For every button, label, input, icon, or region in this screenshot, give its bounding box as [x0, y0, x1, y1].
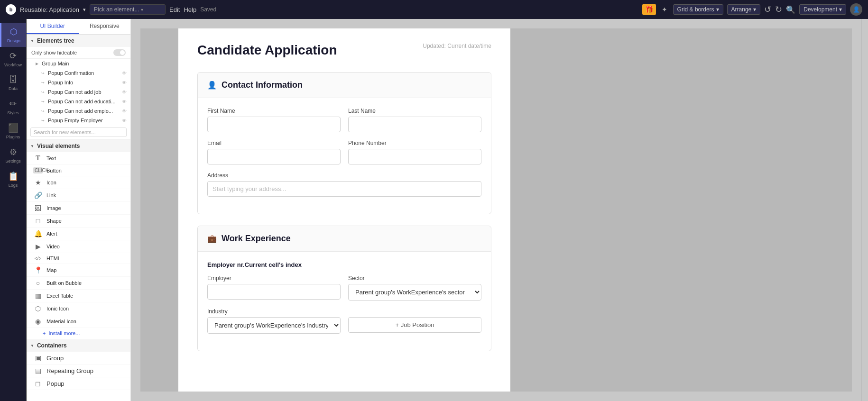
- vis-item-text[interactable]: T Text: [27, 152, 130, 165]
- group-main-arrow: ▶: [36, 62, 38, 66]
- ionic-icon-label: Ionic Icon: [46, 306, 69, 311]
- user-avatar[interactable]: 👤: [850, 3, 862, 16]
- tab-ui-builder[interactable]: UI Builder: [27, 19, 79, 34]
- html-icon: </>: [33, 256, 43, 261]
- design-label: Design: [7, 38, 20, 43]
- phone-group: Phone Number: [348, 140, 481, 164]
- tree-item-popup-empty[interactable]: ↪ Popup Empty Employer 👁: [27, 116, 130, 125]
- vis-item-alert[interactable]: 🔔 Alert: [27, 228, 130, 240]
- tree-item-popup-job[interactable]: ↪ Popup Can not add job 👁: [27, 87, 130, 97]
- vis-item-popup[interactable]: ◻ Popup: [27, 377, 130, 390]
- workflow-icon: ⟳: [9, 51, 17, 61]
- undo-button[interactable]: ↺: [764, 4, 771, 15]
- logo[interactable]: b: [6, 4, 16, 15]
- vis-item-shape[interactable]: □ Shape: [27, 215, 130, 228]
- elements-tree-header[interactable]: ▼ Elements tree: [27, 35, 130, 47]
- popup-conf-label: Popup Confirmation: [48, 70, 94, 76]
- sidebar-item-logs[interactable]: 📋 Logs: [0, 167, 26, 191]
- vis-item-button[interactable]: CLICK Button: [27, 165, 130, 176]
- vis-item-built-on-bubble[interactable]: ○ Built on Bubble: [27, 277, 130, 290]
- address-input[interactable]: [207, 181, 481, 197]
- popup-empty-eye: 👁: [122, 118, 127, 123]
- button-icon: CLICK: [33, 167, 43, 173]
- visual-elements-label: Visual elements: [37, 143, 80, 149]
- sidebar-item-styles[interactable]: ✏ Styles: [0, 95, 26, 119]
- group-icon: ▣: [33, 354, 43, 362]
- phone-input[interactable]: [348, 149, 481, 164]
- image-label: Image: [46, 205, 61, 211]
- search-row: [27, 125, 130, 140]
- link-label: Link: [46, 192, 56, 198]
- popup-job-arrow: ↪: [41, 90, 45, 94]
- visual-elements-header[interactable]: ▼ Visual elements: [27, 140, 130, 152]
- only-show-toggle[interactable]: [113, 49, 126, 56]
- vis-item-repeating-group[interactable]: ▤ Repeating Group: [27, 365, 130, 377]
- tree-item-popup-emplo[interactable]: ↪ Popup Can not add emplo... 👁: [27, 106, 130, 116]
- arrange-button[interactable]: Arrange ▾: [727, 4, 761, 15]
- email-group: Email: [207, 140, 341, 164]
- job-position-button[interactable]: + Job Position: [348, 317, 481, 333]
- gift-icon[interactable]: 🎁: [642, 4, 656, 15]
- redo-button[interactable]: ↻: [775, 4, 782, 15]
- industry-select[interactable]: Parent group's WorkExperience's industry: [207, 317, 341, 334]
- vis-item-image[interactable]: 🖼 Image: [27, 202, 130, 215]
- popup-info-eye: 👁: [122, 80, 127, 85]
- vis-item-group[interactable]: ▣ Group: [27, 352, 130, 365]
- visual-elements-list: T Text CLICK Button ★ Icon 🔗 Link 🖼 Imag…: [27, 152, 130, 338]
- visual-elements-arrow: ▼: [30, 144, 34, 148]
- work-section-card: 💼 Work Experience Employer nr.Current ce…: [197, 226, 491, 351]
- map-label: Map: [46, 267, 56, 273]
- vis-item-icon[interactable]: ★ Icon: [27, 176, 130, 189]
- tab-responsive[interactable]: Responsive: [79, 19, 131, 34]
- vis-item-material-icon[interactable]: ◉ Material Icon: [27, 315, 130, 328]
- app-dropdown-arrow[interactable]: ▾: [83, 7, 86, 13]
- material-icon-icon: ◉: [33, 318, 43, 325]
- first-name-input[interactable]: [207, 117, 341, 132]
- popup-empty-arrow: ↪: [41, 118, 45, 123]
- sidebar-item-design[interactable]: ⬡ Design: [0, 23, 26, 47]
- sidebar-item-data[interactable]: 🗄 Data: [0, 71, 26, 95]
- edit-menu[interactable]: Edit: [169, 6, 180, 13]
- app-name: Reusable: Application: [20, 6, 79, 13]
- popup-empty-label: Popup Empty Employer: [48, 118, 103, 123]
- arrange-label: Arrange: [731, 6, 752, 13]
- dev-mode-button[interactable]: Development ▾: [799, 4, 846, 15]
- install-more-button[interactable]: + Install more...: [27, 328, 130, 338]
- vis-item-excel-table[interactable]: ▦ Excel Table: [27, 290, 130, 302]
- employer-input[interactable]: [207, 284, 341, 300]
- containers-header[interactable]: ▼ Containers: [27, 339, 130, 352]
- sidebar-item-plugins[interactable]: ⬛ Plugins: [0, 119, 26, 143]
- pick-element-dropdown[interactable]: Pick an element... ▾: [90, 4, 166, 15]
- tree-item-popup-confirmation[interactable]: ↪ Popup Confirmation 👁: [27, 68, 130, 78]
- work-icon: 💼: [207, 234, 217, 243]
- last-name-input[interactable]: [348, 117, 481, 132]
- app-subtitle: Updated: Current date/time: [423, 43, 491, 49]
- grid-borders-button[interactable]: Grid & borders ▾: [673, 4, 723, 15]
- name-row: First Name Last Name: [207, 108, 481, 132]
- material-icon-label: Material Icon: [46, 319, 76, 324]
- right-panel: [861, 19, 868, 401]
- vis-item-ionic-icon[interactable]: ⬡ Ionic Icon: [27, 302, 130, 315]
- vis-item-link[interactable]: 🔗 Link: [27, 189, 130, 202]
- sector-select[interactable]: Parent group's WorkExperience's sector: [348, 284, 481, 301]
- logs-icon: 📋: [8, 171, 18, 182]
- email-input[interactable]: [207, 149, 341, 164]
- sidebar-item-settings[interactable]: ⚙ Settings: [0, 143, 26, 167]
- dev-arrow: ▾: [839, 6, 842, 13]
- magic-icon[interactable]: ✦: [660, 4, 669, 15]
- search-input[interactable]: [30, 128, 127, 137]
- design-icon: ⬡: [10, 27, 18, 37]
- search-button[interactable]: 🔍: [786, 5, 795, 14]
- html-label: HTML: [46, 255, 61, 261]
- tree-item-popup-info[interactable]: ↪ Popup Info 👁: [27, 78, 130, 87]
- vis-item-video[interactable]: ▶ Video: [27, 240, 130, 253]
- tree-item-group-main[interactable]: ▶ Group Main: [27, 59, 130, 68]
- vis-item-map[interactable]: 📍 Map: [27, 264, 130, 277]
- popup-educ-arrow: ↪: [41, 100, 45, 104]
- contact-section-header: 👤 Contact Information: [198, 73, 491, 98]
- help-menu[interactable]: Help: [184, 6, 196, 13]
- vis-item-html[interactable]: </> HTML: [27, 253, 130, 264]
- tree-item-popup-educ[interactable]: ↪ Popup Can not add educati... 👁: [27, 97, 130, 106]
- containers-label: Containers: [37, 342, 67, 349]
- sidebar-item-workflow[interactable]: ⟳ Workflow: [0, 47, 26, 71]
